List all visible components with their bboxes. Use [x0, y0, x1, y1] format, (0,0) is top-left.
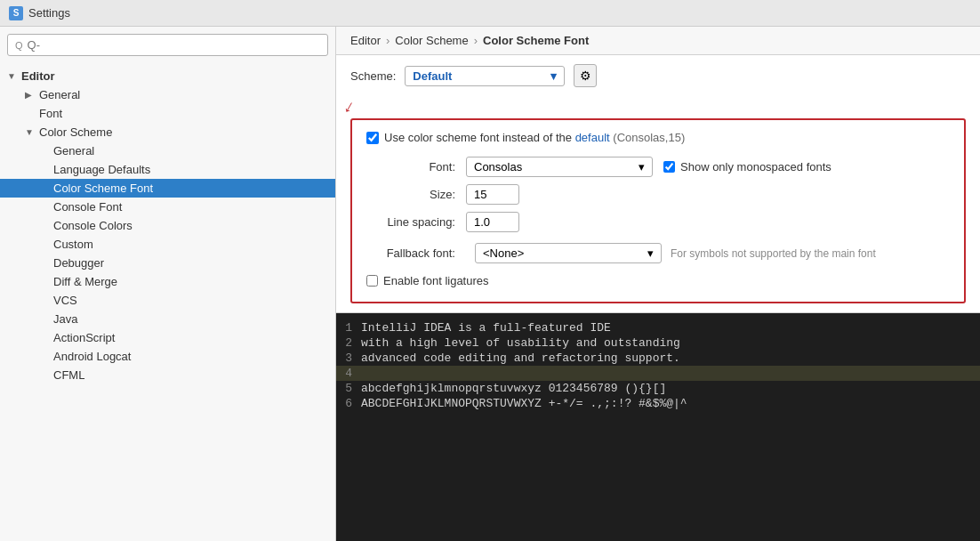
sidebar-item-editor[interactable]: ▼Editor — [0, 67, 335, 85]
sidebar-item-label-cs-actionscript: ActionScript — [53, 331, 115, 344]
scheme-selected-value: Default — [413, 69, 452, 83]
tree-toggle-general: ▶ — [25, 90, 36, 100]
breadcrumb-part-2: Color Scheme — [395, 34, 468, 47]
gear-icon: ⚙ — [580, 69, 591, 83]
line-content: IntelliJ IDEA is a full-featured IDE — [361, 321, 611, 335]
sidebar-item-cs-console-colors[interactable]: Console Colors — [0, 216, 335, 235]
preview-line: 5abcdefghijklmnopqrstuvwxyz 0123456789 (… — [336, 381, 980, 396]
size-input[interactable] — [466, 184, 519, 205]
sidebar-item-cs-actionscript[interactable]: ActionScript — [0, 328, 335, 347]
sidebar-item-label-cs-font: Color Scheme Font — [53, 182, 153, 195]
line-number: 3 — [336, 351, 361, 365]
sidebar-item-cs-general[interactable]: General — [0, 141, 335, 160]
line-content: advanced code editing and refactoring su… — [361, 351, 680, 365]
sidebar-item-cs-java[interactable]: Java — [0, 310, 335, 328]
use-scheme-row: Use color scheme font instead of the def… — [366, 131, 950, 144]
sidebar-item-label-cs-console-font: Console Font — [53, 200, 122, 214]
tree-toggle-color-scheme: ▼ — [25, 127, 36, 137]
app-title: Settings — [28, 6, 70, 20]
sidebar-item-label-editor: Editor — [21, 69, 55, 83]
fallback-row: Fallback font: <None> ▾ For symbols not … — [366, 243, 950, 263]
line-content: ABCDEFGHIJKLMNOPQRSTUVWXYZ +-*/= .,;:!? … — [361, 397, 687, 410]
fallback-font-dropdown[interactable]: <None> ▾ — [475, 243, 662, 263]
sidebar-item-label-color-scheme: Color Scheme — [39, 125, 112, 139]
font-chevron-icon: ▾ — [639, 160, 645, 174]
gear-button[interactable]: ⚙ — [574, 64, 597, 87]
ligatures-row: Enable font ligatures — [366, 274, 950, 287]
font-dropdown[interactable]: Consolas ▾ — [466, 157, 653, 177]
show-monospaced-checkbox[interactable] — [663, 161, 675, 173]
use-scheme-label[interactable]: Use color scheme font instead of the def… — [384, 131, 685, 144]
arrow-indicator: ↓ — [341, 95, 358, 117]
scheme-dropdown[interactable]: Default ▾ — [405, 66, 565, 86]
breadcrumb-sep-2: › — [474, 34, 478, 47]
settings-panel: Use color scheme font instead of the def… — [350, 118, 966, 303]
fallback-font-value: <None> — [483, 246, 524, 260]
sidebar-item-cs-font[interactable]: Color Scheme Font — [0, 179, 335, 198]
fallback-hint: For symbols not supported by the main fo… — [671, 247, 876, 260]
line-content: with a high level of usability and outst… — [361, 336, 680, 350]
preview-line: 2with a high level of usability and outs… — [336, 335, 980, 351]
sidebar-item-label-general: General — [39, 88, 80, 101]
font-selected-value: Consolas — [474, 160, 522, 174]
scheme-chevron-icon: ▾ — [550, 69, 557, 83]
sidebar-item-label-cs-general: General — [53, 144, 94, 157]
line-number: 1 — [336, 321, 361, 335]
preview-line: 3advanced code editing and refactoring s… — [336, 351, 980, 366]
sidebar-item-cs-lang-defaults[interactable]: Language Defaults — [0, 160, 335, 179]
preview-line: 6ABCDEFGHIJKLMNOPQRSTUVWXYZ +-*/= .,;:!?… — [336, 396, 980, 411]
fallback-chevron-icon: ▾ — [647, 246, 654, 260]
line-spacing-label: Line spacing: — [366, 215, 455, 229]
sidebar-item-color-scheme[interactable]: ▼Color Scheme — [0, 123, 335, 141]
fallback-font-label: Fallback font: — [366, 246, 455, 260]
sidebar-item-label-cs-custom: Custom — [53, 238, 93, 251]
show-monospaced-label[interactable]: Show only monospaced fonts — [680, 160, 831, 174]
sidebar-item-cs-android-logcat[interactable]: Android Logcat — [0, 347, 335, 366]
enable-ligatures-label[interactable]: Enable font ligatures — [383, 274, 489, 287]
sidebar: Q ▼Editor▶GeneralFont▼Color SchemeGenera… — [0, 27, 336, 541]
size-label: Size: — [366, 188, 455, 201]
sidebar-item-label-cs-java: Java — [53, 312, 77, 326]
sidebar-item-cs-cfml[interactable]: CFML — [0, 366, 335, 384]
use-scheme-hint: (Consolas,15) — [613, 131, 685, 144]
line-spacing-input[interactable] — [466, 212, 519, 232]
default-font-link[interactable]: default — [575, 131, 614, 144]
use-scheme-label-pre: Use color scheme font instead of the — [384, 131, 572, 144]
breadcrumb-current: Color Scheme Font — [483, 34, 589, 47]
sidebar-item-general[interactable]: ▶General — [0, 85, 335, 104]
enable-ligatures-checkbox[interactable] — [366, 275, 378, 287]
preview-line: 4 — [336, 366, 980, 381]
preview-line: 1IntelliJ IDEA is a full-featured IDE — [336, 320, 980, 335]
sidebar-item-cs-debugger[interactable]: Debugger — [0, 254, 335, 272]
sidebar-tree: ▼Editor▶GeneralFont▼Color SchemeGeneralL… — [0, 63, 335, 541]
sidebar-item-cs-console-font[interactable]: Console Font — [0, 198, 335, 216]
show-mono-row: Show only monospaced fonts — [663, 160, 831, 174]
sidebar-item-label-cs-cfml: CFML — [53, 368, 84, 382]
line-content: abcdefghijklmnopqrstuvwxyz 0123456789 ()… — [361, 382, 666, 395]
scheme-label: Scheme: — [350, 69, 396, 83]
use-scheme-checkbox[interactable] — [366, 132, 379, 144]
sidebar-item-label-cs-lang-defaults: Language Defaults — [53, 163, 150, 176]
sidebar-item-label-cs-console-colors: Console Colors — [53, 219, 133, 232]
search-input[interactable] — [28, 38, 320, 52]
sidebar-item-label-cs-diff: Diff & Merge — [53, 275, 117, 288]
scheme-row: Scheme: Default ▾ ⚙ — [336, 55, 980, 96]
breadcrumb: Editor › Color Scheme › Color Scheme Fon… — [336, 27, 980, 55]
search-box[interactable]: Q — [7, 34, 328, 56]
line-number: 5 — [336, 382, 361, 395]
sidebar-item-label-cs-debugger: Debugger — [53, 256, 104, 270]
line-number: 2 — [336, 336, 361, 350]
sidebar-item-cs-custom[interactable]: Custom — [0, 235, 335, 254]
search-icon: Q — [15, 40, 23, 51]
preview-area: 1IntelliJ IDEA is a full-featured IDE2wi… — [336, 312, 980, 541]
sidebar-item-label-cs-android-logcat: Android Logcat — [53, 350, 131, 363]
title-bar: S Settings — [0, 0, 980, 27]
sidebar-item-label-font: Font — [39, 107, 62, 120]
breadcrumb-part-1: Editor — [350, 34, 381, 47]
sidebar-item-cs-vcs[interactable]: VCS — [0, 291, 335, 310]
sidebar-item-font[interactable]: Font — [0, 104, 335, 123]
right-panel: Editor › Color Scheme › Color Scheme Fon… — [336, 27, 980, 541]
line-number: 4 — [336, 367, 361, 380]
sidebar-item-label-cs-vcs: VCS — [53, 294, 77, 307]
sidebar-item-cs-diff[interactable]: Diff & Merge — [0, 272, 335, 291]
